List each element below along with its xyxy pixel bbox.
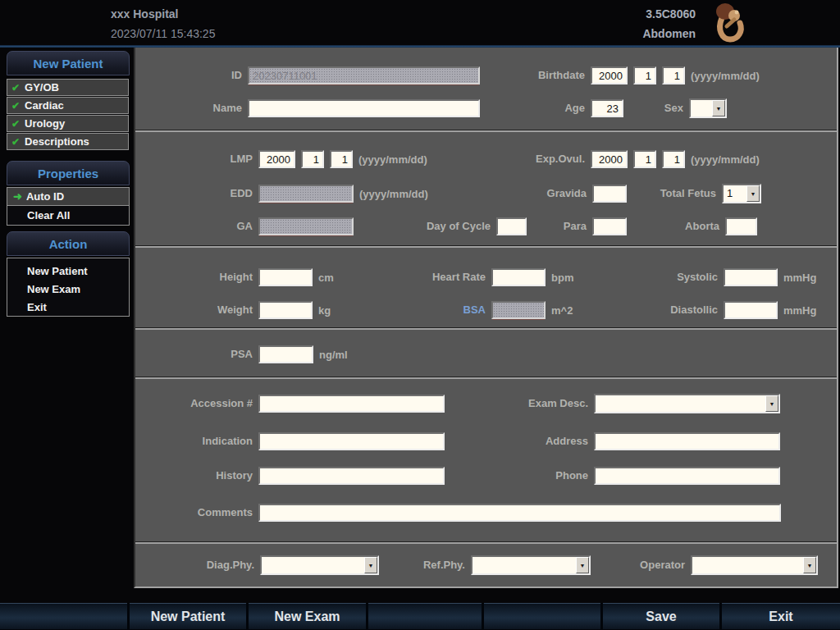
exit-button[interactable]: Exit (722, 603, 840, 629)
phone-label: Phone (555, 466, 594, 486)
comments-input[interactable] (258, 504, 781, 522)
day-of-cycle-field-group: Day of Cycle (496, 217, 527, 236)
sidebar-section-action: Action (7, 231, 130, 256)
lmp-year-input[interactable] (258, 150, 295, 168)
softkey-blank-2 (368, 603, 482, 629)
exp-ovul-month-input[interactable] (633, 150, 656, 168)
height-field-group: Height cm (258, 267, 334, 287)
ultrasound-patient-screen: xxx Hospital 2023/07/11 15:43:25 3.5C806… (0, 0, 840, 630)
diag-phy-select[interactable]: ▼ (260, 555, 379, 575)
bottom-bar: New Patient New Exam Save Exit (0, 603, 840, 630)
history-input[interactable] (258, 467, 445, 485)
lmp-month-input[interactable] (301, 150, 324, 168)
age-input[interactable] (591, 99, 623, 117)
total-fetus-select[interactable]: 1 ▼ (722, 184, 761, 203)
exp-ovul-label: Exp.Ovul. (536, 149, 591, 169)
new-exam-button[interactable]: New Exam (249, 603, 366, 629)
accession-input[interactable] (258, 395, 445, 413)
diag-phy-field-group: Diag.Phy. ▼ (260, 555, 379, 575)
birthdate-month-input[interactable] (633, 66, 656, 84)
exp-ovul-year-input[interactable] (591, 150, 628, 168)
exp-ovul-format: (yyyy/mm/dd) (691, 153, 760, 166)
sidebar-item-new-patient[interactable]: New Patient (7, 262, 129, 280)
dropdown-arrow-icon[interactable]: ▼ (746, 185, 760, 202)
edd-field-group: EDD (yyyy/mm/dd) (258, 184, 428, 203)
total-fetus-field-group: Total Fetus 1 ▼ (722, 184, 761, 203)
dropdown-arrow-icon[interactable]: ▼ (712, 100, 725, 116)
dropdown-arrow-icon[interactable]: ▼ (803, 557, 816, 573)
diastollic-field-group: Diastollic mmHg (724, 300, 816, 320)
height-label: Height (220, 267, 258, 287)
psa-field-group: PSA ng/ml (258, 345, 348, 364)
properties-group: ➜Auto ID Clear All (7, 187, 130, 226)
edd-label: EDD (231, 184, 258, 203)
check-icon: ✔ (11, 100, 20, 112)
birthdate-label: Birthdate (538, 66, 591, 85)
day-of-cycle-input[interactable] (496, 217, 527, 235)
sidebar-section-properties: Properties (7, 161, 130, 185)
sidebar-item-cardiac[interactable]: ✔Cardiac (7, 97, 129, 114)
aborta-field-group: Aborta (725, 217, 757, 236)
height-input[interactable] (258, 268, 313, 286)
systolic-input[interactable] (724, 268, 778, 286)
comments-field-group: Comments (258, 503, 781, 523)
dropdown-arrow-icon[interactable]: ▼ (576, 557, 589, 573)
psa-input[interactable] (258, 345, 313, 363)
sex-select[interactable]: ▼ (689, 98, 727, 118)
birthdate-year-input[interactable] (591, 66, 628, 84)
softkey-blank-1 (0, 603, 127, 629)
birthdate-field-group: Birthdate (yyyy/mm/dd) (591, 66, 760, 85)
birthdate-format: (yyyy/mm/dd) (691, 70, 760, 82)
edd-format: (yyyy/mm/dd) (359, 188, 428, 200)
sidebar-item-descriptions[interactable]: ✔Descriptions (7, 133, 129, 150)
address-input[interactable] (594, 432, 780, 450)
para-field-group: Para (592, 217, 627, 236)
section-identity: ID Birthdate (yyyy/mm/dd) Name Age Sex (135, 48, 837, 130)
sidebar-item-clear-all[interactable]: Clear All (7, 206, 129, 224)
patient-form-panel: ID Birthdate (yyyy/mm/dd) Name Age Sex (134, 48, 838, 588)
sidebar-item-new-exam[interactable]: New Exam (7, 280, 129, 298)
gravida-label: Gravida (547, 184, 592, 203)
dropdown-arrow-icon[interactable]: ▼ (765, 395, 778, 412)
ref-phy-select[interactable]: ▼ (471, 555, 591, 575)
weight-field-group: Weight kg (258, 300, 331, 320)
accession-field-group: Accession # (258, 394, 445, 413)
sidebar-item-auto-id[interactable]: ➜Auto ID (7, 188, 129, 206)
gravida-input[interactable] (592, 185, 627, 203)
dropdown-arrow-icon[interactable]: ▼ (364, 557, 377, 573)
exp-ovul-day-input[interactable] (662, 150, 685, 168)
ga-field-group: GA (258, 217, 354, 236)
indication-field-group: Indication (258, 431, 445, 451)
diag-phy-label: Diag.Phy. (207, 555, 260, 575)
sidebar-item-exit[interactable]: Exit (7, 298, 129, 316)
systolic-unit: mmHg (783, 272, 816, 284)
sidebar-item-urology[interactable]: ✔Urology (7, 115, 129, 132)
ref-phy-field-group: Ref.Phy. ▼ (471, 555, 591, 575)
weight-input[interactable] (258, 301, 313, 319)
phone-input[interactable] (594, 467, 780, 485)
sidebar-section-new-patient: New Patient (7, 51, 130, 75)
fetus-icon (713, 2, 747, 43)
save-button[interactable]: Save (603, 603, 719, 629)
new-patient-button[interactable]: New Patient (130, 603, 246, 629)
comments-label: Comments (198, 503, 258, 523)
name-field-group: Name (248, 98, 480, 118)
sidebar-item-gyob[interactable]: ✔GY/OB (7, 79, 129, 96)
birthdate-day-input[interactable] (662, 66, 685, 84)
operator-label: Operator (640, 555, 691, 575)
heart-rate-input[interactable] (491, 268, 546, 286)
section-exam-info: Accession # Exam Desc. ▼ Indication Addr… (135, 379, 837, 541)
operator-select[interactable]: ▼ (691, 555, 818, 575)
lmp-field-group: LMP (yyyy/mm/dd) (258, 149, 427, 169)
para-input[interactable] (592, 217, 627, 235)
check-icon: ✔ (11, 136, 20, 148)
lmp-day-input[interactable] (330, 150, 353, 168)
indication-input[interactable] (258, 432, 445, 450)
aborta-input[interactable] (725, 217, 757, 235)
exam-desc-select[interactable]: ▼ (594, 394, 780, 413)
phone-field-group: Phone (594, 466, 780, 486)
history-label: History (216, 466, 258, 486)
diastollic-input[interactable] (724, 301, 778, 319)
bsa-unit: m^2 (551, 304, 573, 317)
name-input[interactable] (248, 99, 480, 117)
